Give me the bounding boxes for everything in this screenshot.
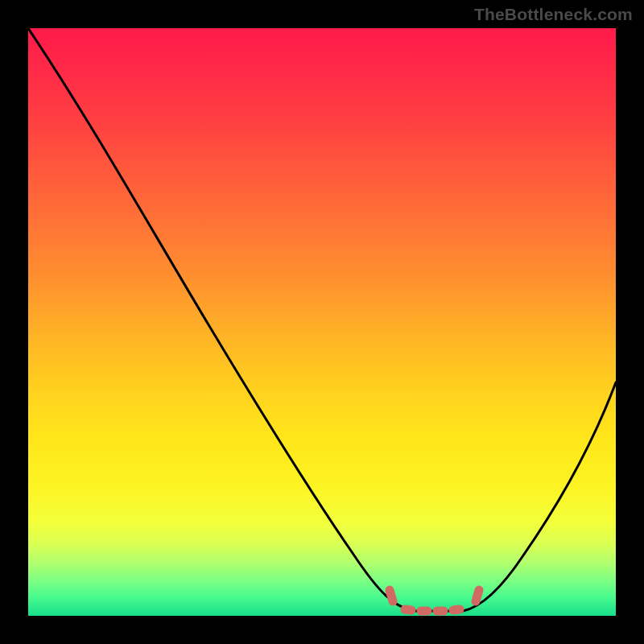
marker-dot — [453, 609, 460, 610]
bottleneck-curve — [28, 28, 616, 611]
marker-dot — [476, 590, 479, 601]
marker-dot — [390, 590, 393, 601]
marker-dot — [405, 609, 411, 610]
plot-area — [28, 28, 616, 616]
watermark-text: TheBottleneck.com — [474, 5, 633, 24]
curve-layer — [28, 28, 616, 616]
optimal-range-markers — [390, 590, 479, 611]
chart-frame: TheBottleneck.com — [0, 0, 644, 644]
